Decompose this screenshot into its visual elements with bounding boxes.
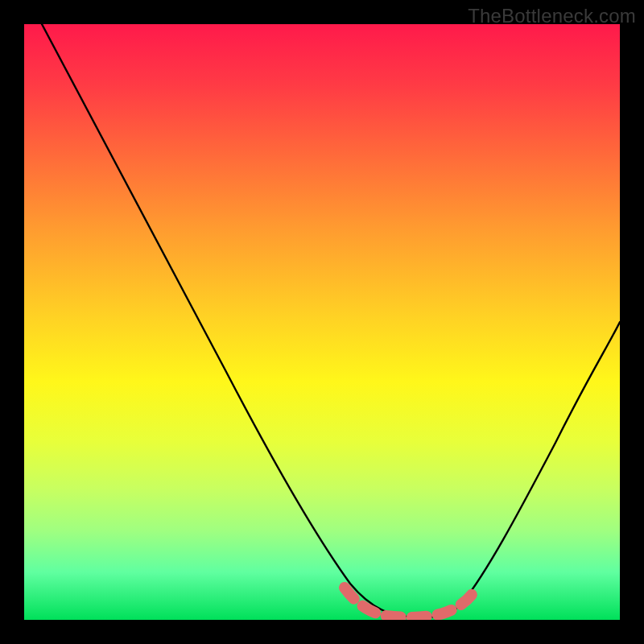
chart-frame: TheBottleneck.com (0, 0, 644, 644)
bottom-highlight-dashes (345, 588, 473, 617)
bottleneck-curve (42, 24, 620, 617)
plot-svg (24, 24, 620, 620)
plot-area (24, 24, 620, 620)
